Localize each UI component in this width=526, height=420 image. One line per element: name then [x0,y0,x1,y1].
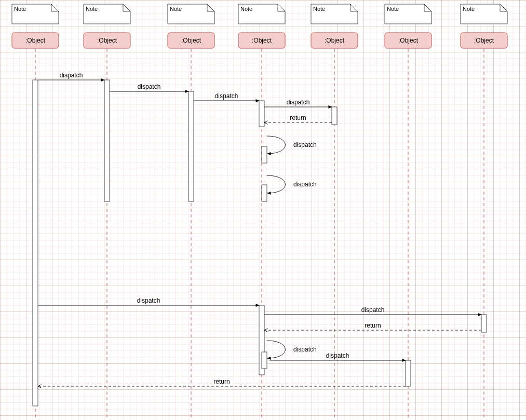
object-label: :Object [474,37,494,44]
message-label: dispatch [138,83,161,90]
activation-bar[interactable] [259,101,264,127]
note-label: Note [14,6,26,12]
activation-bar[interactable] [33,80,38,406]
activation-bar[interactable] [104,80,110,201]
object-label: :Object [181,37,201,44]
object-label: :Object [97,37,117,44]
message-label: dispatch [60,72,83,79]
note-label: Note [463,6,475,12]
object-label: :Object [398,37,419,44]
self-message-arrow[interactable] [267,136,285,154]
object-label: :Object [252,37,272,44]
note-label: Note [313,6,325,12]
activation-bar[interactable] [262,185,267,201]
self-message-arrow[interactable] [267,341,285,358]
message-label: dispatch [137,297,160,304]
message-label: dispatch [293,181,317,188]
message-label: return [213,378,230,385]
message-label: dispatch [215,92,238,100]
message-label: dispatch [293,141,317,148]
activation-bar[interactable] [332,107,337,125]
note-label: Note [387,6,399,12]
activation-bar[interactable] [481,315,487,332]
message-label: dispatch [326,352,349,359]
message-label: return [365,322,381,329]
message-label: dispatch [293,346,317,353]
note-label: Note [240,6,252,12]
activation-bar[interactable] [262,352,267,369]
note-label: Note [86,6,98,12]
sequence-diagram: Note:ObjectNote:ObjectNote:ObjectNote:Ob… [0,0,526,420]
self-message-arrow[interactable] [267,175,285,193]
object-label: :Object [325,37,345,44]
message-label: return [290,114,306,121]
activation-bar[interactable] [406,360,411,386]
object-label: :Object [25,37,46,44]
message-label: dispatch [287,99,310,106]
message-label: dispatch [361,306,385,314]
note-label: Note [170,6,182,12]
activation-bar[interactable] [262,146,267,163]
activation-bar[interactable] [188,91,194,201]
